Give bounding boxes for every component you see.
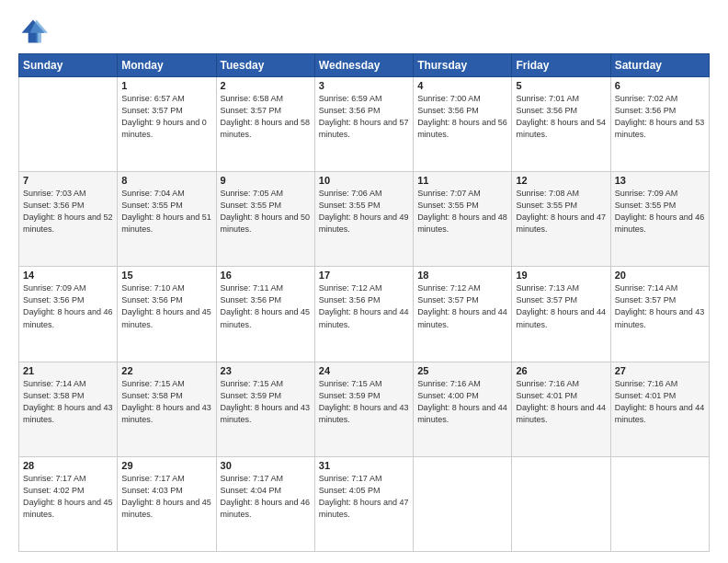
day-info: Sunrise: 7:14 AMSunset: 3:57 PMDaylight:… — [615, 282, 705, 330]
day-number: 11 — [417, 175, 507, 186]
day-number: 25 — [417, 365, 507, 376]
day-number: 27 — [615, 365, 705, 376]
day-info: Sunrise: 7:16 AMSunset: 4:01 PMDaylight:… — [615, 378, 705, 426]
calendar-day-cell: 6 Sunrise: 7:02 AMSunset: 3:56 PMDayligh… — [610, 77, 709, 172]
day-info: Sunrise: 7:16 AMSunset: 4:00 PMDaylight:… — [417, 378, 507, 426]
calendar-day-cell: 22 Sunrise: 7:15 AMSunset: 3:58 PMDaylig… — [118, 362, 216, 456]
calendar-week-row: 28 Sunrise: 7:17 AMSunset: 4:02 PMDaylig… — [19, 456, 710, 551]
calendar-day-cell — [19, 77, 118, 172]
day-number: 9 — [221, 175, 311, 186]
weekday-row: SundayMondayTuesdayWednesdayThursdayFrid… — [19, 54, 710, 77]
day-number: 29 — [121, 460, 211, 471]
calendar-body: 1 Sunrise: 6:57 AMSunset: 3:57 PMDayligh… — [19, 77, 710, 552]
calendar-table: SundayMondayTuesdayWednesdayThursdayFrid… — [18, 53, 710, 552]
day-info: Sunrise: 7:09 AMSunset: 3:55 PMDaylight:… — [615, 188, 705, 236]
day-number: 10 — [319, 175, 409, 186]
day-info: Sunrise: 6:57 AMSunset: 3:57 PMDaylight:… — [121, 93, 211, 141]
calendar-day-cell: 21 Sunrise: 7:14 AMSunset: 3:58 PMDaylig… — [19, 362, 118, 456]
weekday-header: Sunday — [19, 54, 118, 77]
calendar-day-cell: 26 Sunrise: 7:16 AMSunset: 4:01 PMDaylig… — [512, 362, 610, 456]
day-info: Sunrise: 6:58 AMSunset: 3:57 PMDaylight:… — [221, 93, 311, 141]
day-number: 13 — [615, 175, 705, 186]
calendar-day-cell: 1 Sunrise: 6:57 AMSunset: 3:57 PMDayligh… — [118, 77, 216, 172]
calendar-day-cell: 5 Sunrise: 7:01 AMSunset: 3:56 PMDayligh… — [512, 77, 610, 172]
calendar-header: SundayMondayTuesdayWednesdayThursdayFrid… — [19, 54, 710, 77]
day-number: 14 — [23, 270, 113, 281]
weekday-header: Saturday — [610, 54, 709, 77]
day-number: 15 — [121, 270, 211, 281]
header — [18, 17, 710, 46]
calendar-day-cell: 13 Sunrise: 7:09 AMSunset: 3:55 PMDaylig… — [610, 172, 709, 267]
day-number: 12 — [516, 175, 606, 186]
day-info: Sunrise: 7:17 AMSunset: 4:04 PMDaylight:… — [221, 473, 311, 521]
calendar-day-cell: 31 Sunrise: 7:17 AMSunset: 4:05 PMDaylig… — [314, 456, 413, 551]
calendar-day-cell: 29 Sunrise: 7:17 AMSunset: 4:03 PMDaylig… — [118, 456, 216, 551]
calendar-week-row: 14 Sunrise: 7:09 AMSunset: 3:56 PMDaylig… — [19, 267, 710, 362]
calendar-day-cell: 24 Sunrise: 7:15 AMSunset: 3:59 PMDaylig… — [314, 362, 413, 456]
day-info: Sunrise: 7:17 AMSunset: 4:05 PMDaylight:… — [319, 473, 409, 521]
calendar-day-cell: 8 Sunrise: 7:04 AMSunset: 3:55 PMDayligh… — [118, 172, 216, 267]
day-number: 3 — [319, 80, 409, 91]
day-info: Sunrise: 7:17 AMSunset: 4:03 PMDaylight:… — [121, 473, 211, 521]
day-info: Sunrise: 6:59 AMSunset: 3:56 PMDaylight:… — [319, 93, 409, 141]
calendar-day-cell: 30 Sunrise: 7:17 AMSunset: 4:04 PMDaylig… — [216, 456, 314, 551]
page: SundayMondayTuesdayWednesdayThursdayFrid… — [0, 0, 728, 563]
day-number: 26 — [516, 365, 606, 376]
day-info: Sunrise: 7:00 AMSunset: 3:56 PMDaylight:… — [417, 93, 507, 141]
day-info: Sunrise: 7:08 AMSunset: 3:55 PMDaylight:… — [516, 188, 606, 236]
weekday-header: Monday — [118, 54, 216, 77]
day-info: Sunrise: 7:12 AMSunset: 3:57 PMDaylight:… — [417, 282, 507, 330]
calendar-day-cell: 14 Sunrise: 7:09 AMSunset: 3:56 PMDaylig… — [19, 267, 118, 362]
day-info: Sunrise: 7:04 AMSunset: 3:55 PMDaylight:… — [121, 188, 211, 236]
calendar-day-cell: 16 Sunrise: 7:11 AMSunset: 3:56 PMDaylig… — [216, 267, 314, 362]
day-number: 8 — [121, 175, 211, 186]
calendar-day-cell: 15 Sunrise: 7:10 AMSunset: 3:56 PMDaylig… — [118, 267, 216, 362]
day-info: Sunrise: 7:09 AMSunset: 3:56 PMDaylight:… — [23, 282, 113, 330]
day-info: Sunrise: 7:17 AMSunset: 4:02 PMDaylight:… — [23, 473, 113, 521]
calendar-day-cell: 28 Sunrise: 7:17 AMSunset: 4:02 PMDaylig… — [19, 456, 118, 551]
calendar-day-cell: 18 Sunrise: 7:12 AMSunset: 3:57 PMDaylig… — [414, 267, 512, 362]
calendar-day-cell: 7 Sunrise: 7:03 AMSunset: 3:56 PMDayligh… — [19, 172, 118, 267]
day-number: 28 — [23, 460, 113, 471]
day-info: Sunrise: 7:14 AMSunset: 3:58 PMDaylight:… — [23, 378, 113, 426]
day-number: 5 — [516, 80, 606, 91]
calendar-day-cell: 25 Sunrise: 7:16 AMSunset: 4:00 PMDaylig… — [414, 362, 512, 456]
calendar-day-cell: 2 Sunrise: 6:58 AMSunset: 3:57 PMDayligh… — [216, 77, 314, 172]
day-number: 30 — [221, 460, 311, 471]
day-info: Sunrise: 7:12 AMSunset: 3:56 PMDaylight:… — [319, 282, 409, 330]
calendar-week-row: 7 Sunrise: 7:03 AMSunset: 3:56 PMDayligh… — [19, 172, 710, 267]
logo — [18, 17, 51, 46]
day-info: Sunrise: 7:16 AMSunset: 4:01 PMDaylight:… — [516, 378, 606, 426]
day-number: 20 — [615, 270, 705, 281]
day-number: 31 — [319, 460, 409, 471]
day-info: Sunrise: 7:11 AMSunset: 3:56 PMDaylight:… — [221, 282, 311, 330]
day-info: Sunrise: 7:10 AMSunset: 3:56 PMDaylight:… — [121, 282, 211, 330]
calendar-day-cell — [610, 456, 709, 551]
logo-icon — [18, 17, 48, 46]
day-number: 1 — [121, 80, 211, 91]
calendar-day-cell: 19 Sunrise: 7:13 AMSunset: 3:57 PMDaylig… — [512, 267, 610, 362]
day-number: 21 — [23, 365, 113, 376]
day-number: 22 — [121, 365, 211, 376]
day-number: 7 — [23, 175, 113, 186]
calendar-week-row: 21 Sunrise: 7:14 AMSunset: 3:58 PMDaylig… — [19, 362, 710, 456]
day-number: 19 — [516, 270, 606, 281]
calendar-day-cell: 4 Sunrise: 7:00 AMSunset: 3:56 PMDayligh… — [414, 77, 512, 172]
day-info: Sunrise: 7:05 AMSunset: 3:55 PMDaylight:… — [221, 188, 311, 236]
day-number: 24 — [319, 365, 409, 376]
weekday-header: Friday — [512, 54, 610, 77]
day-info: Sunrise: 7:15 AMSunset: 3:58 PMDaylight:… — [121, 378, 211, 426]
calendar-day-cell — [414, 456, 512, 551]
calendar-week-row: 1 Sunrise: 6:57 AMSunset: 3:57 PMDayligh… — [19, 77, 710, 172]
calendar-day-cell: 20 Sunrise: 7:14 AMSunset: 3:57 PMDaylig… — [610, 267, 709, 362]
day-info: Sunrise: 7:01 AMSunset: 3:56 PMDaylight:… — [516, 93, 606, 141]
day-number: 23 — [221, 365, 311, 376]
day-info: Sunrise: 7:13 AMSunset: 3:57 PMDaylight:… — [516, 282, 606, 330]
calendar-day-cell: 17 Sunrise: 7:12 AMSunset: 3:56 PMDaylig… — [314, 267, 413, 362]
day-info: Sunrise: 7:02 AMSunset: 3:56 PMDaylight:… — [615, 93, 705, 141]
calendar-day-cell: 11 Sunrise: 7:07 AMSunset: 3:55 PMDaylig… — [414, 172, 512, 267]
weekday-header: Wednesday — [314, 54, 413, 77]
calendar-day-cell — [512, 456, 610, 551]
day-number: 6 — [615, 80, 705, 91]
calendar-day-cell: 23 Sunrise: 7:15 AMSunset: 3:59 PMDaylig… — [216, 362, 314, 456]
